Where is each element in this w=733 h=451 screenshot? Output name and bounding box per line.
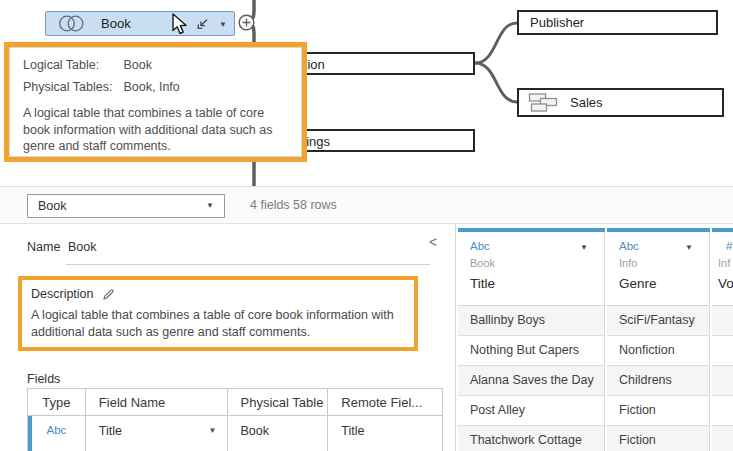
fields-section-label: Fields xyxy=(27,372,60,386)
tooltip-physical-tables-label: Physical Tables: xyxy=(23,79,120,95)
physical-table-value: Book xyxy=(228,416,329,451)
field-name: Genre xyxy=(619,276,709,291)
grid-column-header[interactable]: # Inf Vo xyxy=(712,232,733,306)
table-selector-value: Book xyxy=(38,199,67,213)
fields-table-header-row: Type Field Name Physical Table Remote Fi… xyxy=(28,389,442,416)
add-related-table-button[interactable] xyxy=(238,14,255,31)
table-name-input[interactable]: Book xyxy=(68,240,97,254)
field-row-title[interactable]: Abc Title ▼ Book Title xyxy=(28,416,442,451)
grid-cell[interactable]: Nonfiction xyxy=(607,336,710,366)
column-header-type[interactable]: Type xyxy=(28,389,86,415)
grid-cell[interactable]: Nothing But Capers xyxy=(458,336,605,366)
collapse-table-icon[interactable] xyxy=(196,17,210,31)
node-label: Sales xyxy=(570,95,603,110)
tooltip-physical-tables-value: Book, Info xyxy=(123,80,179,94)
grid-column-genre: Abc ▼ Info Genre SciFi/Fantasy Nonfictio… xyxy=(607,228,710,451)
pane-splitter[interactable] xyxy=(455,224,456,451)
grid-cell[interactable]: Thatchwork Cottage xyxy=(458,426,605,451)
field-name: Vo xyxy=(718,276,733,291)
column-header-field-name[interactable]: Field Name xyxy=(86,389,228,415)
field-name-value: Title xyxy=(99,424,122,438)
remote-field-value: Title xyxy=(328,416,442,451)
table-selector-dropdown[interactable]: Book ▼ xyxy=(27,194,225,218)
grid-column-clipped: # Inf Vo xyxy=(712,228,733,451)
logical-table-node-sales[interactable]: Sales xyxy=(517,88,724,117)
name-label: Name xyxy=(27,240,60,254)
node-label: Publisher xyxy=(530,15,584,30)
collapse-panel-chevron-icon[interactable]: < xyxy=(429,234,437,250)
table-details-toolbar: Book ▼ 4 fields 58 rows xyxy=(0,186,733,224)
data-model-canvas[interactable]: Edition Ratings Publisher Sales Book xyxy=(0,0,733,186)
selected-row-accent xyxy=(28,416,32,451)
column-menu-caret-icon[interactable]: ▼ xyxy=(685,244,693,252)
union-physical-tables-icon xyxy=(528,93,558,112)
logical-table-node-publisher[interactable]: Publisher xyxy=(517,10,718,35)
tooltip-description: A logical table that combines a table of… xyxy=(23,105,288,155)
grid-cell[interactable]: Fiction xyxy=(607,426,710,451)
field-menu-caret-icon[interactable]: ▼ xyxy=(209,427,217,435)
grid-cell[interactable] xyxy=(712,336,733,366)
mouse-cursor-icon xyxy=(170,13,190,37)
grid-column-title: Abc ▼ Book Title Ballinby Boys Nothing B… xyxy=(458,228,605,451)
tooltip-logical-table-value: Book xyxy=(123,58,152,72)
grid-column-header[interactable]: Abc ▼ Info Genre xyxy=(607,232,710,306)
field-type-abc-icon: Abc xyxy=(47,424,67,436)
node-label: Book xyxy=(101,16,131,31)
tooltip-logical-table-label: Logical Table: xyxy=(23,57,120,73)
source-table-name: Inf xyxy=(718,257,733,269)
grid-cell[interactable]: SciFi/Fantasy xyxy=(607,306,710,336)
field-name: Title xyxy=(470,276,604,291)
field-type-abc-icon: Abc xyxy=(619,240,709,252)
grid-cell[interactable]: Childrens xyxy=(607,366,710,396)
chevron-down-icon: ▼ xyxy=(206,202,214,210)
name-input-underline xyxy=(66,264,430,265)
grid-cell[interactable] xyxy=(712,306,733,336)
join-venn-icon xyxy=(58,15,85,32)
logical-table-tooltip: Logical Table: Book Physical Tables: Boo… xyxy=(4,42,307,162)
fields-table: Type Field Name Physical Table Remote Fi… xyxy=(27,388,443,451)
grid-cell[interactable]: Fiction xyxy=(607,396,710,426)
grid-cell[interactable]: Alanna Saves the Day xyxy=(458,366,605,396)
grid-cell[interactable] xyxy=(712,426,733,451)
description-highlight-box: Description A logical table that combine… xyxy=(18,276,418,351)
source-table-name: Info xyxy=(619,257,709,269)
fields-rows-summary: 4 fields 58 rows xyxy=(250,198,337,212)
column-header-remote-field[interactable]: Remote Fiel... xyxy=(328,389,442,415)
source-table-name: Book xyxy=(470,257,604,269)
node-menu-caret-icon[interactable]: ▼ xyxy=(219,21,227,29)
grid-cell[interactable] xyxy=(712,396,733,426)
grid-cell[interactable] xyxy=(712,366,733,396)
description-label: Description xyxy=(31,287,94,301)
field-type-number-icon: # xyxy=(718,240,733,252)
grid-cell[interactable]: Post Alley xyxy=(458,396,605,426)
description-text: A logical table that combines a table of… xyxy=(31,307,405,341)
grid-column-header[interactable]: Abc ▼ Book Title xyxy=(458,232,605,306)
logical-table-node-book-selected[interactable]: Book ▼ xyxy=(45,11,235,36)
column-header-physical-table[interactable]: Physical Table xyxy=(228,389,329,415)
edit-pencil-icon[interactable] xyxy=(102,288,115,301)
grid-cell[interactable]: Ballinby Boys xyxy=(458,306,605,336)
column-menu-caret-icon[interactable]: ▼ xyxy=(580,244,588,252)
